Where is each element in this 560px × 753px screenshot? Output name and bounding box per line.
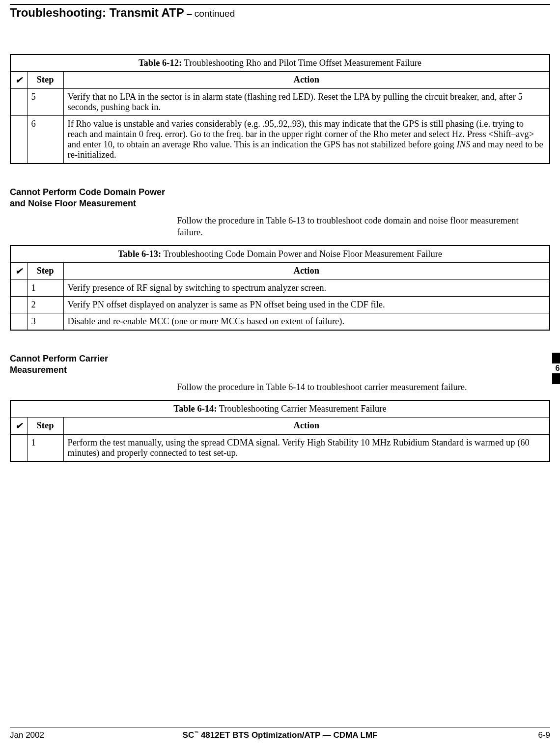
check-cell xyxy=(10,89,27,116)
footer-date: Jan 2002 xyxy=(10,730,145,740)
table-row: 3 Disable and re-enable MCC (one or more… xyxy=(10,313,550,331)
top-rule xyxy=(10,4,550,5)
step-cell: 1 xyxy=(27,435,63,462)
heading-code-domain: Cannot Perform Code Domain Power and Noi… xyxy=(10,187,167,209)
action-cell: Verify that no LPA in the sector is in a… xyxy=(63,89,550,116)
check-cell xyxy=(10,297,27,313)
table-6-12-action-header: Action xyxy=(63,72,550,89)
table-6-13-caption: Table 6-13: Troubleshooting Code Domain … xyxy=(10,246,550,263)
table-6-13-check-header: ✔ xyxy=(10,263,27,280)
footer-doc-title: SC™ 4812ET BTS Optimization/ATP — CDMA L… xyxy=(145,730,415,740)
page-title-cont: – continued xyxy=(184,8,235,19)
action-cell: Verify presence of RF signal by switchin… xyxy=(63,280,550,297)
check-cell xyxy=(10,280,27,297)
step-cell: 6 xyxy=(27,116,63,164)
table-6-13: Table 6-13: Troubleshooting Code Domain … xyxy=(10,245,550,331)
table-6-12-caption: Table 6-12: Troubleshooting Rho and Pilo… xyxy=(10,55,550,72)
check-cell xyxy=(10,116,27,164)
footer-page-number: 6-9 xyxy=(415,730,550,740)
table-row: 1 Verify presence of RF signal by switch… xyxy=(10,280,550,297)
table-6-12-step-header: Step xyxy=(27,72,63,89)
table-row: 1 Perform the test manually, using the s… xyxy=(10,435,550,462)
body-code-domain: Follow the procedure in Table 6-13 to tr… xyxy=(177,215,521,238)
tab-number: 6 xyxy=(552,363,560,373)
table-row: 5 Verify that no LPA in the sector is in… xyxy=(10,89,550,116)
section-tab: 6 xyxy=(552,353,560,384)
check-icon: ✔ xyxy=(15,421,23,431)
body-carrier-measurement: Follow the procedure in Table 6-14 to tr… xyxy=(177,381,521,393)
table-6-14-check-header: ✔ xyxy=(10,418,27,435)
action-cell: If Rho value is unstable and varies cons… xyxy=(63,116,550,164)
table-6-14-action-header: Action xyxy=(63,418,550,435)
table-6-12-check-header: ✔ xyxy=(10,72,27,89)
check-cell xyxy=(10,435,27,462)
action-cell: Verify PN offset displayed on analyzer i… xyxy=(63,297,550,313)
table-row: 2 Verify PN offset displayed on analyzer… xyxy=(10,297,550,313)
step-cell: 2 xyxy=(27,297,63,313)
page-title-main: Troubleshooting: Transmit ATP xyxy=(10,6,184,19)
table-6-13-step-header: Step xyxy=(27,263,63,280)
table-6-14-caption: Table 6-14: Troubleshooting Carrier Meas… xyxy=(10,400,550,418)
table-6-14-step-header: Step xyxy=(27,418,63,435)
step-cell: 1 xyxy=(27,280,63,297)
table-6-14: Table 6-14: Troubleshooting Carrier Meas… xyxy=(10,400,550,462)
tab-top-block xyxy=(552,353,560,363)
check-icon: ✔ xyxy=(15,266,23,276)
action-cell: Perform the test manually, using the spr… xyxy=(63,435,550,462)
step-cell: 3 xyxy=(27,313,63,331)
check-icon: ✔ xyxy=(15,75,23,85)
page-footer: Jan 2002 SC™ 4812ET BTS Optimization/ATP… xyxy=(10,727,550,740)
page-title: Troubleshooting: Transmit ATP – continue… xyxy=(10,6,550,20)
table-6-13-action-header: Action xyxy=(63,263,550,280)
table-row: 6 If Rho value is unstable and varies co… xyxy=(10,116,550,164)
action-cell: Disable and re-enable MCC (one or more M… xyxy=(63,313,550,331)
step-cell: 5 xyxy=(27,89,63,116)
table-6-12: Table 6-12: Troubleshooting Rho and Pilo… xyxy=(10,54,550,164)
heading-carrier-measurement: Cannot Perform Carrier Measurement xyxy=(10,353,167,375)
check-cell xyxy=(10,313,27,331)
tab-bottom-block xyxy=(552,373,560,384)
